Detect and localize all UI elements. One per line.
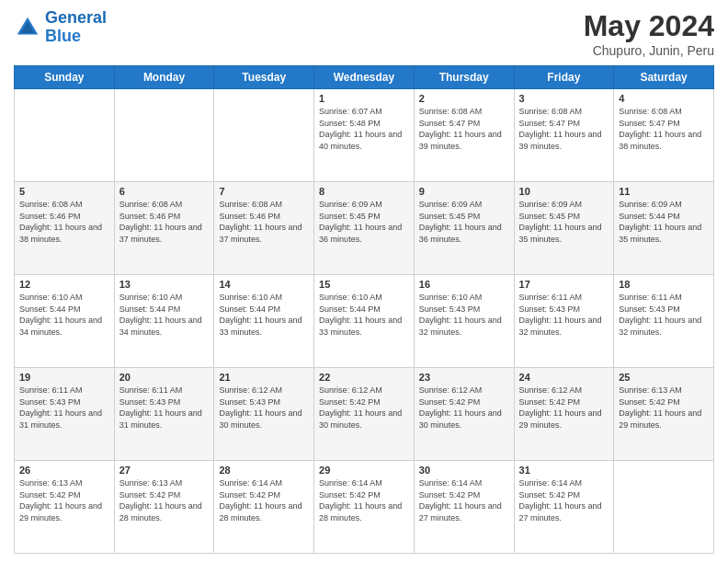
day-info: Sunrise: 6:12 AMSunset: 5:42 PMDaylight:… xyxy=(519,385,609,431)
calendar-week-row: 5Sunrise: 6:08 AMSunset: 5:46 PMDaylight… xyxy=(15,182,714,275)
day-info: Sunrise: 6:14 AMSunset: 5:42 PMDaylight:… xyxy=(219,477,309,523)
calendar-cell xyxy=(15,89,115,182)
calendar-week-row: 12Sunrise: 6:10 AMSunset: 5:44 PMDayligh… xyxy=(15,275,714,368)
calendar-cell: 31Sunrise: 6:14 AMSunset: 5:42 PMDayligh… xyxy=(514,461,614,554)
day-info: Sunrise: 6:08 AMSunset: 5:46 PMDaylight:… xyxy=(119,199,210,245)
day-info: Sunrise: 6:09 AMSunset: 5:45 PMDaylight:… xyxy=(319,199,409,245)
day-info: Sunrise: 6:10 AMSunset: 5:44 PMDaylight:… xyxy=(119,292,210,338)
day-number: 25 xyxy=(619,372,709,383)
day-info: Sunrise: 6:12 AMSunset: 5:42 PMDaylight:… xyxy=(319,385,409,431)
calendar-cell xyxy=(214,89,314,182)
day-info: Sunrise: 6:08 AMSunset: 5:46 PMDaylight:… xyxy=(219,199,309,245)
day-number: 5 xyxy=(19,186,109,197)
day-info: Sunrise: 6:09 AMSunset: 5:45 PMDaylight:… xyxy=(519,199,609,245)
day-info: Sunrise: 6:13 AMSunset: 5:42 PMDaylight:… xyxy=(19,477,109,523)
day-info: Sunrise: 6:12 AMSunset: 5:43 PMDaylight:… xyxy=(219,385,309,431)
day-number: 4 xyxy=(619,93,709,104)
calendar-cell: 7Sunrise: 6:08 AMSunset: 5:46 PMDaylight… xyxy=(214,182,314,275)
calendar-cell: 8Sunrise: 6:09 AMSunset: 5:45 PMDaylight… xyxy=(314,182,415,275)
day-number: 18 xyxy=(619,279,709,290)
day-number: 12 xyxy=(19,279,109,290)
calendar-week-row: 1Sunrise: 6:07 AMSunset: 5:48 PMDaylight… xyxy=(15,89,714,182)
logo-line2: Blue xyxy=(45,27,81,45)
calendar-cell: 10Sunrise: 6:09 AMSunset: 5:45 PMDayligh… xyxy=(514,182,614,275)
day-info: Sunrise: 6:08 AMSunset: 5:47 PMDaylight:… xyxy=(419,106,509,152)
logo-icon xyxy=(14,14,41,41)
day-info: Sunrise: 6:10 AMSunset: 5:43 PMDaylight:… xyxy=(419,292,509,338)
calendar-cell xyxy=(114,89,214,182)
calendar-cell: 22Sunrise: 6:12 AMSunset: 5:42 PMDayligh… xyxy=(314,368,415,461)
main-title: May 2024 xyxy=(584,9,714,43)
page: General Blue May 2024 Chupuro, Junin, Pe… xyxy=(0,0,728,563)
day-info: Sunrise: 6:08 AMSunset: 5:46 PMDaylight:… xyxy=(19,199,109,245)
calendar-table: SundayMondayTuesdayWednesdayThursdayFrid… xyxy=(14,65,714,554)
day-number: 11 xyxy=(619,186,709,197)
calendar-week-row: 19Sunrise: 6:11 AMSunset: 5:43 PMDayligh… xyxy=(15,368,714,461)
day-number: 28 xyxy=(219,465,309,476)
calendar-header-sunday: Sunday xyxy=(15,66,115,89)
day-number: 16 xyxy=(419,279,509,290)
logo: General Blue xyxy=(14,9,107,46)
day-number: 23 xyxy=(419,372,509,383)
day-info: Sunrise: 6:11 AMSunset: 5:43 PMDaylight:… xyxy=(119,385,210,431)
day-info: Sunrise: 6:10 AMSunset: 5:44 PMDaylight:… xyxy=(19,292,109,338)
day-info: Sunrise: 6:14 AMSunset: 5:42 PMDaylight:… xyxy=(319,477,409,523)
day-info: Sunrise: 6:10 AMSunset: 5:44 PMDaylight:… xyxy=(219,292,309,338)
day-info: Sunrise: 6:09 AMSunset: 5:44 PMDaylight:… xyxy=(619,199,709,245)
day-info: Sunrise: 6:08 AMSunset: 5:47 PMDaylight:… xyxy=(519,106,609,152)
calendar-cell: 13Sunrise: 6:10 AMSunset: 5:44 PMDayligh… xyxy=(114,275,214,368)
day-number: 9 xyxy=(419,186,509,197)
day-number: 27 xyxy=(119,465,210,476)
day-info: Sunrise: 6:11 AMSunset: 5:43 PMDaylight:… xyxy=(619,292,709,338)
calendar-header-wednesday: Wednesday xyxy=(314,66,415,89)
day-number: 31 xyxy=(519,465,609,476)
calendar-header-monday: Monday xyxy=(114,66,214,89)
calendar-cell: 3Sunrise: 6:08 AMSunset: 5:47 PMDaylight… xyxy=(514,89,614,182)
day-info: Sunrise: 6:11 AMSunset: 5:43 PMDaylight:… xyxy=(519,292,609,338)
day-number: 21 xyxy=(219,372,309,383)
day-number: 10 xyxy=(519,186,609,197)
calendar-cell: 28Sunrise: 6:14 AMSunset: 5:42 PMDayligh… xyxy=(214,461,314,554)
day-info: Sunrise: 6:07 AMSunset: 5:48 PMDaylight:… xyxy=(319,106,409,152)
calendar-cell: 2Sunrise: 6:08 AMSunset: 5:47 PMDaylight… xyxy=(414,89,514,182)
calendar-cell: 11Sunrise: 6:09 AMSunset: 5:44 PMDayligh… xyxy=(614,182,714,275)
calendar-cell: 5Sunrise: 6:08 AMSunset: 5:46 PMDaylight… xyxy=(15,182,115,275)
day-number: 2 xyxy=(419,93,509,104)
day-info: Sunrise: 6:10 AMSunset: 5:44 PMDaylight:… xyxy=(319,292,409,338)
day-number: 6 xyxy=(119,186,210,197)
day-info: Sunrise: 6:14 AMSunset: 5:42 PMDaylight:… xyxy=(419,477,509,523)
calendar-cell: 30Sunrise: 6:14 AMSunset: 5:42 PMDayligh… xyxy=(414,461,514,554)
day-info: Sunrise: 6:09 AMSunset: 5:45 PMDaylight:… xyxy=(419,199,509,245)
day-number: 19 xyxy=(19,372,109,383)
calendar-header-friday: Friday xyxy=(514,66,614,89)
calendar-cell: 15Sunrise: 6:10 AMSunset: 5:44 PMDayligh… xyxy=(314,275,415,368)
day-number: 15 xyxy=(319,279,409,290)
calendar-cell: 23Sunrise: 6:12 AMSunset: 5:42 PMDayligh… xyxy=(414,368,514,461)
day-number: 3 xyxy=(519,93,609,104)
calendar-cell: 27Sunrise: 6:13 AMSunset: 5:42 PMDayligh… xyxy=(114,461,214,554)
calendar-cell: 24Sunrise: 6:12 AMSunset: 5:42 PMDayligh… xyxy=(514,368,614,461)
day-info: Sunrise: 6:14 AMSunset: 5:42 PMDaylight:… xyxy=(519,477,609,523)
calendar-cell: 18Sunrise: 6:11 AMSunset: 5:43 PMDayligh… xyxy=(614,275,714,368)
calendar-cell xyxy=(614,461,714,554)
calendar-header-thursday: Thursday xyxy=(414,66,514,89)
calendar-cell: 16Sunrise: 6:10 AMSunset: 5:43 PMDayligh… xyxy=(414,275,514,368)
calendar-header-row: SundayMondayTuesdayWednesdayThursdayFrid… xyxy=(15,66,714,89)
day-number: 1 xyxy=(319,93,409,104)
day-number: 24 xyxy=(519,372,609,383)
day-number: 8 xyxy=(319,186,409,197)
day-number: 7 xyxy=(219,186,309,197)
logo-line1: General xyxy=(45,8,107,27)
day-number: 30 xyxy=(419,465,509,476)
day-number: 17 xyxy=(519,279,609,290)
day-number: 22 xyxy=(319,372,409,383)
calendar-cell: 25Sunrise: 6:13 AMSunset: 5:42 PMDayligh… xyxy=(614,368,714,461)
calendar-cell: 14Sunrise: 6:10 AMSunset: 5:44 PMDayligh… xyxy=(214,275,314,368)
calendar-cell: 21Sunrise: 6:12 AMSunset: 5:43 PMDayligh… xyxy=(214,368,314,461)
day-number: 26 xyxy=(19,465,109,476)
calendar-cell: 26Sunrise: 6:13 AMSunset: 5:42 PMDayligh… xyxy=(15,461,115,554)
day-number: 29 xyxy=(319,465,409,476)
title-block: May 2024 Chupuro, Junin, Peru xyxy=(584,9,714,58)
calendar-header-tuesday: Tuesday xyxy=(214,66,314,89)
calendar-cell: 9Sunrise: 6:09 AMSunset: 5:45 PMDaylight… xyxy=(414,182,514,275)
